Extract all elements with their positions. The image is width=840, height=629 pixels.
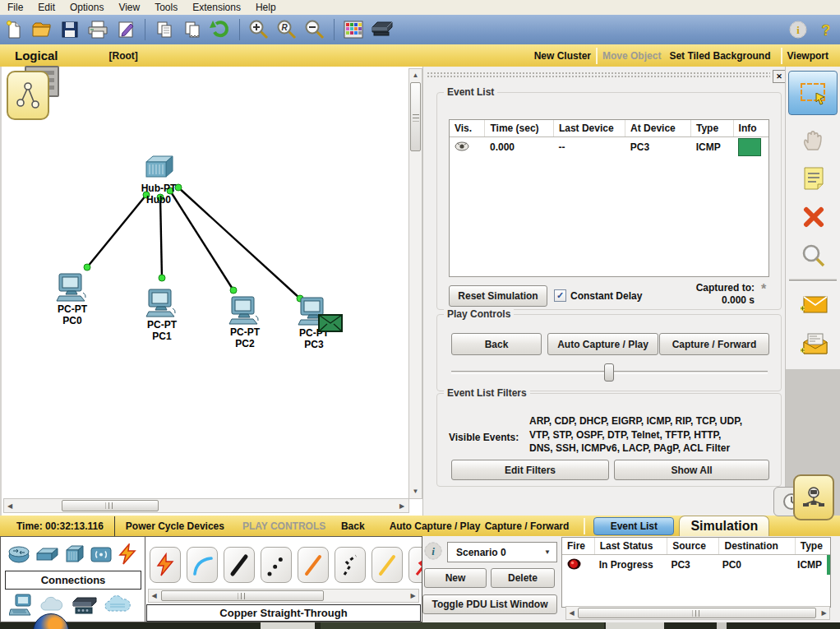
place-note-tool-button[interactable] bbox=[786, 159, 840, 198]
device-pc1[interactable]: PC-PT PC1 bbox=[121, 288, 203, 342]
scroll-right-icon[interactable]: ▶ bbox=[819, 607, 829, 619]
tab-logical[interactable]: Logical bbox=[0, 47, 70, 64]
multiuser-connection-category-icon[interactable] bbox=[104, 595, 132, 615]
new-file-icon[interactable] bbox=[2, 17, 26, 42]
event-list-toggle-button[interactable]: Event List bbox=[593, 517, 674, 535]
show-all-button[interactable]: Show All bbox=[614, 460, 769, 480]
menu-help[interactable]: Help bbox=[248, 2, 284, 13]
event-table-row[interactable]: 0.000 -- PC3 ICMP bbox=[450, 137, 768, 157]
drawing-palette-icon[interactable] bbox=[341, 17, 366, 42]
scroll-up-icon[interactable]: ▲ bbox=[409, 69, 422, 81]
taskbar-button[interactable] bbox=[261, 622, 315, 629]
canvas-horizontal-scrollbar[interactable]: ◀ ▶ bbox=[3, 498, 409, 513]
routers-category-icon[interactable] bbox=[7, 543, 30, 565]
hubs-category-icon[interactable] bbox=[63, 543, 85, 565]
close-panel-icon[interactable]: ✕ bbox=[773, 70, 786, 83]
constant-delay-checkbox[interactable]: ✓ bbox=[554, 289, 566, 302]
auto-capture-play-button-statusbar[interactable]: Auto Capture / Play bbox=[390, 520, 485, 532]
event-info-color-swatch[interactable] bbox=[738, 138, 761, 156]
save-icon[interactable] bbox=[58, 17, 82, 42]
menu-edit[interactable]: Edit bbox=[30, 2, 62, 13]
paste-icon[interactable] bbox=[180, 17, 205, 42]
menu-view[interactable]: View bbox=[111, 2, 147, 13]
open-folder-icon[interactable] bbox=[30, 17, 54, 42]
pdu-list-scrollbar[interactable]: ◀ ▶ bbox=[565, 606, 830, 620]
delete-scenario-button[interactable]: Delete bbox=[491, 568, 555, 588]
scroll-down-icon[interactable]: ▼ bbox=[409, 485, 422, 497]
panel-drag-handle[interactable] bbox=[427, 72, 770, 79]
scenario-info-icon[interactable]: i bbox=[424, 542, 442, 560]
custom-made-devices-category-icon[interactable] bbox=[70, 594, 98, 617]
move-layout-tool-button[interactable] bbox=[786, 121, 840, 160]
add-simple-pdu-tool-button[interactable] bbox=[786, 285, 840, 325]
new-cluster-button[interactable]: New Cluster bbox=[534, 50, 591, 62]
scroll-right-icon[interactable]: ▶ bbox=[408, 590, 418, 602]
back-button-statusbar[interactable]: Back bbox=[341, 520, 365, 532]
new-scenario-button[interactable]: New bbox=[424, 568, 487, 588]
activity-wizard-icon[interactable] bbox=[113, 17, 138, 42]
visibility-eye-icon[interactable] bbox=[455, 141, 469, 151]
device-hub0[interactable]: Hub-PT Hub0 bbox=[118, 155, 200, 206]
wan-emulation-category-icon[interactable] bbox=[39, 596, 64, 614]
set-tiled-background-button[interactable]: Set Tiled Background bbox=[669, 50, 770, 62]
connection-copper-straight-button[interactable] bbox=[224, 547, 255, 583]
zoom-in-icon[interactable] bbox=[247, 17, 271, 42]
connection-fiber-button[interactable] bbox=[298, 547, 329, 583]
power-cycle-devices-button[interactable]: Power Cycle Devices bbox=[126, 520, 224, 532]
custom-devices-dialog-icon[interactable] bbox=[369, 17, 394, 42]
connection-console-button[interactable] bbox=[187, 547, 218, 583]
add-complex-pdu-tool-button[interactable] bbox=[786, 325, 840, 364]
scenario-select[interactable]: Scenario 0 ▼ bbox=[447, 542, 557, 562]
menu-extensions[interactable]: Extensions bbox=[185, 2, 248, 13]
reset-simulation-button[interactable]: Reset Simulation bbox=[449, 285, 547, 307]
select-tool-button[interactable] bbox=[788, 71, 838, 115]
capture-forward-button-statusbar[interactable]: Capture / Forward bbox=[485, 520, 570, 532]
edit-filters-button[interactable]: Edit Filters bbox=[451, 460, 609, 480]
toggle-pdu-list-window-button[interactable]: Toggle PDU List Window bbox=[422, 594, 557, 614]
device-pc3[interactable]: PC-PT PC3 bbox=[273, 296, 355, 350]
breadcrumb-root[interactable]: [Root] bbox=[109, 50, 138, 62]
connection-palette-scrollbar[interactable]: ◀ ▶ bbox=[148, 589, 419, 603]
scroll-left-icon[interactable]: ◀ bbox=[566, 607, 577, 619]
scroll-left-icon[interactable]: ◀ bbox=[4, 499, 16, 512]
fire-pdu-icon[interactable] bbox=[567, 558, 581, 570]
connection-phone-button[interactable] bbox=[335, 547, 366, 583]
delete-tool-button[interactable] bbox=[786, 198, 840, 236]
switches-category-icon[interactable] bbox=[35, 543, 58, 565]
scroll-right-icon[interactable]: ▶ bbox=[396, 499, 408, 512]
zoom-out-icon[interactable] bbox=[302, 17, 327, 42]
viewport-button[interactable]: Viewport bbox=[787, 50, 828, 62]
pdu-list-table[interactable]: Fire Last Status Source Destination Type… bbox=[561, 537, 831, 608]
connection-copper-crossover-button[interactable] bbox=[261, 547, 292, 583]
inspect-tool-button[interactable] bbox=[786, 236, 840, 275]
logical-workspace-icon[interactable] bbox=[7, 71, 49, 120]
simulation-mode-toggle[interactable] bbox=[793, 474, 834, 520]
wireless-devices-category-icon[interactable] bbox=[90, 543, 113, 565]
info-icon[interactable]: i bbox=[786, 17, 810, 42]
connections-category-icon[interactable] bbox=[118, 543, 137, 565]
device-pc0[interactable]: PC-PT PC0 bbox=[31, 272, 113, 326]
end-devices-category-icon[interactable] bbox=[9, 593, 34, 617]
event-list-table[interactable]: Vis. Time (sec) Last Device At Device Ty… bbox=[449, 119, 769, 277]
back-button[interactable]: Back bbox=[451, 333, 542, 355]
help-icon[interactable]: ? bbox=[814, 17, 838, 42]
zoom-reset-icon[interactable]: R bbox=[275, 17, 299, 42]
menu-options[interactable]: Options bbox=[62, 2, 111, 13]
connection-auto-button[interactable] bbox=[150, 547, 181, 583]
menu-file[interactable]: File bbox=[0, 2, 30, 13]
undo-icon[interactable] bbox=[208, 17, 233, 42]
scroll-left-icon[interactable]: ◀ bbox=[149, 590, 159, 602]
print-icon[interactable] bbox=[85, 17, 110, 42]
icmp-pdu-envelope-icon[interactable] bbox=[318, 314, 343, 332]
tab-simulation-mode[interactable]: Simulation bbox=[679, 516, 769, 537]
capture-forward-button[interactable]: Capture / Forward bbox=[659, 333, 769, 355]
taskbar-button[interactable] bbox=[606, 622, 664, 629]
speed-slider-thumb[interactable] bbox=[604, 363, 614, 382]
connection-coaxial-button[interactable] bbox=[372, 547, 403, 583]
pdu-table-row[interactable]: In Progress PC3 PC0 ICMP bbox=[562, 555, 830, 575]
connection-serial-dce-button[interactable] bbox=[408, 547, 422, 583]
menu-tools[interactable]: Tools bbox=[147, 2, 185, 13]
logical-workspace-canvas[interactable]: Hub-PT Hub0 PC-PT PC0 PC-PT bbox=[0, 67, 424, 516]
auto-capture-play-button[interactable]: Auto Capture / Play bbox=[547, 333, 658, 355]
copy-icon[interactable] bbox=[152, 17, 177, 42]
